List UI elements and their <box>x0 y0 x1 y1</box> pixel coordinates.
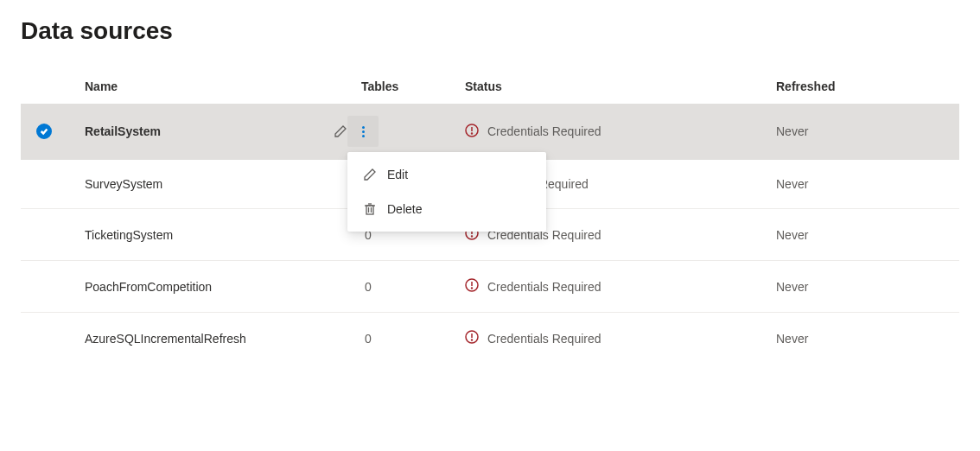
table-row[interactable]: AzureSQLIncrementalRefresh 0 Credentials… <box>21 313 959 364</box>
svg-rect-3 <box>366 206 373 214</box>
svg-point-13 <box>472 288 473 289</box>
row-name: TicketingSystem <box>85 228 173 242</box>
data-sources-table: Name Tables Status Refreshed RetailSyste… <box>21 71 959 364</box>
menu-item-edit[interactable]: Edit <box>347 157 546 192</box>
warning-icon <box>465 278 479 295</box>
trash-icon <box>363 202 377 216</box>
col-header-tables[interactable]: Tables <box>361 79 465 93</box>
row-status: Credentials Required <box>487 124 601 138</box>
table-header: Name Tables Status Refreshed <box>21 71 959 104</box>
pencil-icon <box>363 168 377 181</box>
table-row[interactable]: PoachFromCompetition 0 Credentials Requi… <box>21 261 959 313</box>
row-tables: 0 <box>361 280 372 294</box>
warning-icon <box>465 330 479 346</box>
row-tables: 0 <box>361 332 372 346</box>
pencil-icon <box>334 124 347 138</box>
page-title: Data sources <box>21 17 959 45</box>
row-name: PoachFromCompetition <box>85 280 212 294</box>
row-refreshed: Never <box>776 332 808 346</box>
row-refreshed: Never <box>776 280 808 294</box>
row-name: RetailSystem <box>85 124 161 138</box>
menu-item-label: Delete <box>387 202 422 216</box>
row-refreshed: Never <box>776 177 808 191</box>
context-menu: Edit Delete <box>347 152 546 232</box>
vertical-ellipsis-icon <box>362 126 365 137</box>
row-refreshed: Never <box>776 124 808 138</box>
row-name: SurveySystem <box>85 177 162 191</box>
row-status: Credentials Required <box>487 280 601 294</box>
col-header-status[interactable]: Status <box>465 79 776 93</box>
col-header-name[interactable]: Name <box>85 79 361 93</box>
row-name: AzureSQLIncrementalRefresh <box>85 332 246 346</box>
row-status: Credentials Required <box>487 332 601 346</box>
warning-icon <box>465 124 479 140</box>
svg-point-10 <box>472 236 473 237</box>
row-refreshed: Never <box>776 228 808 242</box>
row-selected-check-icon[interactable] <box>36 124 52 139</box>
svg-point-16 <box>472 340 473 340</box>
menu-item-label: Edit <box>387 168 408 181</box>
menu-item-delete[interactable]: Delete <box>347 192 546 226</box>
svg-point-2 <box>472 133 473 134</box>
more-actions-button[interactable] <box>347 116 379 147</box>
col-header-refreshed[interactable]: Refreshed <box>776 79 959 93</box>
